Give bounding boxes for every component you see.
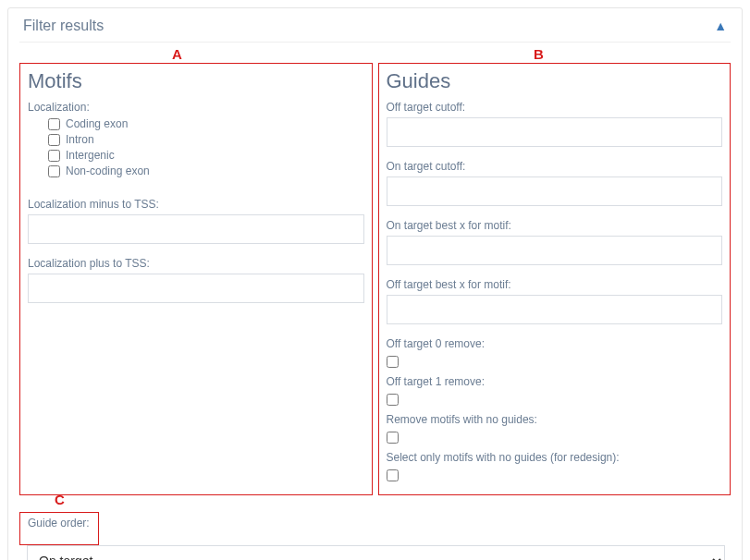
remove-noguides-checkbox[interactable] (387, 432, 399, 444)
checkbox-row-coding: Coding exon (48, 117, 364, 130)
off1-checkbox[interactable] (387, 394, 399, 406)
intron-checkbox[interactable] (48, 134, 60, 146)
order-row: Guide order: (19, 506, 731, 545)
remove-noguides-label: Remove motifs with no guides: (387, 413, 723, 426)
intergenic-label: Intergenic (66, 149, 115, 162)
off0-label: Off target 0 remove: (387, 337, 723, 350)
checkbox-row-noncoding: Non-coding exon (48, 164, 364, 177)
annotation-a: A (172, 46, 182, 62)
guides-section: Guides Off target cutoff: On target cuto… (378, 63, 732, 495)
off1-label: Off target 1 remove: (387, 375, 723, 388)
off-cutoff-label: Off target cutoff: (387, 101, 723, 114)
panel-header: Filter results ▲ (19, 8, 731, 43)
coding-exon-checkbox[interactable] (48, 118, 60, 130)
noncoding-exon-label: Non-coding exon (66, 164, 150, 177)
off0-checkbox[interactable] (387, 356, 399, 368)
guides-title: Guides (387, 69, 723, 93)
on-best-label: On target best x for motif: (387, 219, 723, 232)
annotation-row: A B (19, 46, 731, 63)
off-best-input[interactable] (387, 295, 723, 324)
motifs-section: Motifs Localization: Coding exon Intron … (19, 63, 373, 495)
plus-tss-label: Localization plus to TSS: (28, 257, 364, 270)
select-noguides-label: Select only motifs with no guides (for r… (387, 451, 723, 464)
minus-tss-label: Localization minus to TSS: (28, 198, 364, 211)
order-label: Guide order: (28, 517, 91, 530)
filter-panel: Filter results ▲ A B Motifs Localization… (7, 7, 743, 560)
checkbox-row-intron: Intron (48, 133, 364, 146)
on-best-input[interactable] (387, 236, 723, 265)
off-best-label: Off target best x for motif: (387, 278, 723, 291)
order-box: Guide order: (19, 512, 99, 545)
off-cutoff-input[interactable] (387, 117, 723, 147)
order-row-wrap: C Guide order: On target (19, 506, 731, 560)
coding-exon-label: Coding exon (66, 117, 128, 130)
localization-label: Localization: (28, 101, 364, 114)
minus-tss-input[interactable] (28, 214, 364, 244)
on-cutoff-label: On target cutoff: (387, 160, 723, 173)
annotation-c: C (55, 492, 65, 507)
intergenic-checkbox[interactable] (48, 150, 60, 162)
intron-label: Intron (66, 133, 94, 146)
annotation-b: B (534, 46, 544, 62)
plus-tss-input[interactable] (28, 274, 364, 303)
guide-order-select[interactable]: On target (27, 545, 725, 560)
on-cutoff-input[interactable] (387, 177, 723, 206)
panel-title: Filter results (23, 18, 104, 34)
checkbox-row-intergenic: Intergenic (48, 149, 364, 162)
motifs-title: Motifs (28, 69, 364, 93)
select-noguides-checkbox[interactable] (387, 469, 399, 481)
columns: Motifs Localization: Coding exon Intron … (19, 63, 731, 495)
chevron-up-icon[interactable]: ▲ (714, 18, 727, 33)
noncoding-exon-checkbox[interactable] (48, 165, 60, 177)
